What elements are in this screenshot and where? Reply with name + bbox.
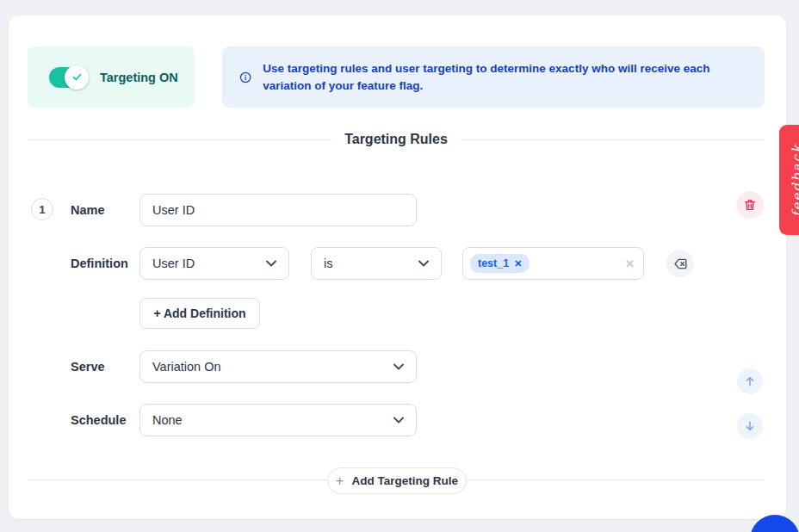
info-icon bbox=[239, 70, 251, 85]
rule-name-value: User ID bbox=[152, 203, 195, 217]
rule-name-input[interactable]: User ID bbox=[139, 194, 417, 226]
section-title: Targeting Rules bbox=[344, 132, 448, 147]
add-targeting-rule-label: Add Targeting Rule bbox=[351, 474, 458, 487]
move-rule-down-button[interactable] bbox=[737, 413, 763, 439]
clear-all-values-button[interactable] bbox=[666, 250, 694, 277]
chevron-down-icon bbox=[393, 417, 404, 424]
section-header: Targeting Rules bbox=[28, 132, 765, 147]
arrow-down-icon bbox=[743, 419, 757, 433]
tag-chip-label: test_1 bbox=[478, 257, 509, 269]
targeting-toggle[interactable] bbox=[49, 67, 88, 88]
divider-left bbox=[28, 139, 331, 140]
schedule-select[interactable]: None bbox=[139, 404, 417, 436]
info-banner: Use targeting rules and user targeting t… bbox=[222, 46, 765, 108]
targeting-toggle-box: Targeting ON bbox=[28, 46, 195, 108]
tag-chip[interactable]: test_1 ✕ bbox=[470, 254, 530, 273]
serve-select[interactable]: Variation On bbox=[139, 350, 417, 383]
chevron-down-icon bbox=[393, 363, 404, 370]
delete-rule-button[interactable] bbox=[736, 191, 764, 219]
feedback-tab-label: feedback bbox=[790, 144, 799, 217]
chevron-down-icon bbox=[266, 260, 276, 267]
values-tag-input[interactable]: test_1 ✕ ✕ bbox=[462, 247, 644, 280]
schedule-select-value: None bbox=[152, 413, 183, 427]
name-label: Name bbox=[71, 194, 105, 226]
check-icon bbox=[71, 71, 83, 83]
targeting-toggle-label: Targeting ON bbox=[100, 71, 178, 84]
schedule-label: Schedule bbox=[71, 404, 126, 436]
targeting-card: Targeting ON Use targeting rules and use… bbox=[9, 15, 786, 519]
backspace-icon bbox=[672, 256, 689, 272]
plus-icon: + bbox=[336, 474, 344, 488]
property-select-value: User ID bbox=[152, 257, 195, 270]
property-select[interactable]: User ID bbox=[139, 247, 289, 280]
toggle-knob bbox=[65, 65, 89, 90]
divider-right bbox=[461, 139, 765, 140]
serve-label: Serve bbox=[71, 350, 105, 383]
operator-select[interactable]: is bbox=[311, 247, 442, 280]
trash-icon bbox=[743, 198, 757, 212]
chevron-down-icon bbox=[418, 260, 429, 267]
arrow-up-icon bbox=[743, 374, 757, 388]
add-definition-button[interactable]: + Add Definition bbox=[139, 298, 260, 329]
feedback-tab[interactable]: feedback bbox=[779, 125, 799, 235]
rule-number-badge: 1 bbox=[31, 198, 53, 220]
tag-remove-icon[interactable]: ✕ bbox=[514, 258, 522, 269]
move-rule-up-button[interactable] bbox=[737, 368, 763, 394]
add-targeting-rule-button[interactable]: + Add Targeting Rule bbox=[327, 467, 467, 494]
definition-label: Definition bbox=[71, 247, 128, 280]
serve-select-value: Variation On bbox=[152, 360, 221, 374]
operator-select-value: is bbox=[324, 257, 332, 270]
info-banner-text: Use targeting rules and user targeting t… bbox=[263, 60, 747, 95]
clear-input-icon[interactable]: ✕ bbox=[625, 257, 635, 270]
